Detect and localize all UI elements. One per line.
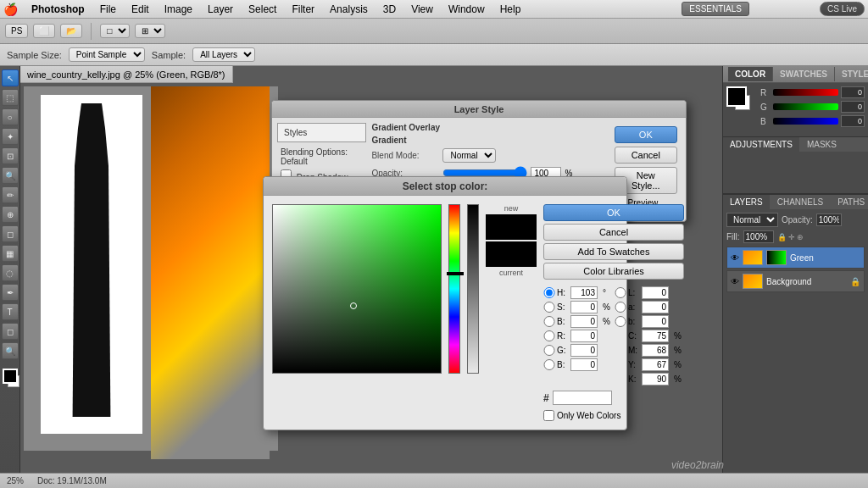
toolbar-new-btn[interactable]: ⬜: [33, 24, 55, 38]
lock-all-icon[interactable]: ⊕: [797, 233, 804, 241]
layer-style-cancel-button[interactable]: Cancel: [615, 147, 677, 164]
tool-eraser[interactable]: ◻: [2, 225, 19, 242]
menu-edit[interactable]: Edit: [125, 2, 156, 17]
hex-input[interactable]: 000000: [553, 391, 612, 405]
g-channel-slider[interactable]: [773, 103, 838, 110]
lock-icon[interactable]: 🔒: [777, 233, 787, 241]
layer-blend-mode-select[interactable]: Normal: [726, 213, 778, 227]
fg-color-box[interactable]: [726, 86, 747, 107]
tool-brush[interactable]: ✏: [2, 186, 19, 203]
style-item-styles[interactable]: Styles: [281, 126, 363, 139]
toolbar-open-btn[interactable]: 📂: [60, 24, 82, 38]
menu-photoshop[interactable]: Photoshop: [25, 2, 92, 17]
layers-tab[interactable]: LAYERS: [723, 195, 771, 209]
tool-zoom[interactable]: 🔍: [2, 342, 19, 359]
h-input[interactable]: [570, 286, 598, 299]
g-input[interactable]: [570, 344, 598, 357]
menu-select[interactable]: Select: [242, 2, 283, 17]
menu-3d[interactable]: 3D: [376, 2, 403, 17]
tool-gradient[interactable]: ▦: [2, 245, 19, 262]
tool-pointer[interactable]: ↖: [2, 69, 19, 86]
b2-input[interactable]: [570, 358, 598, 371]
menu-analysis[interactable]: Analysis: [323, 2, 375, 17]
channels-tab[interactable]: CHANNELS: [771, 195, 831, 209]
b-channel-input[interactable]: 0: [841, 115, 865, 127]
color-gradient-picker[interactable]: [272, 204, 442, 374]
k-input[interactable]: [642, 373, 669, 385]
y-input[interactable]: [642, 358, 669, 371]
sample-size-select[interactable]: Point Sample: [69, 47, 145, 62]
l-radio[interactable]: [615, 287, 626, 298]
b3-input[interactable]: [642, 315, 669, 328]
tool-magic-wand[interactable]: ✦: [2, 128, 19, 145]
tool-text[interactable]: T: [2, 303, 19, 320]
tool-crop[interactable]: ⊡: [2, 147, 19, 164]
web-colors-checkbox[interactable]: [543, 410, 554, 421]
tool-lasso[interactable]: ○: [2, 108, 19, 125]
a-input[interactable]: [642, 301, 669, 313]
blend-mode-select[interactable]: Normal: [442, 148, 496, 163]
l-input[interactable]: [642, 286, 669, 299]
tool-marquee[interactable]: ⬚: [2, 89, 19, 106]
essentials-button[interactable]: ESSENTIALS: [682, 2, 749, 16]
layer-item-green[interactable]: 👁 Green: [726, 247, 865, 269]
c-input[interactable]: [642, 330, 669, 342]
g-channel-input[interactable]: 0: [841, 101, 865, 113]
menu-file[interactable]: File: [93, 2, 123, 17]
layer-eye-bg[interactable]: 👁: [731, 277, 739, 286]
canvas-tab[interactable]: wine_country_kelly.jpg @ 25% (Green, RGB…: [20, 66, 233, 83]
view-mode-select[interactable]: □: [100, 24, 130, 38]
tool-clone[interactable]: ⊕: [2, 206, 19, 223]
g-radio[interactable]: [543, 345, 555, 356]
layer-eye-green[interactable]: 👁: [731, 253, 739, 263]
cs-live-button[interactable]: CS Live: [820, 2, 865, 16]
apple-menu[interactable]: 🍎: [3, 3, 18, 16]
menu-window[interactable]: Window: [442, 2, 492, 17]
lock-move-icon[interactable]: ✛: [788, 233, 795, 241]
tool-pen[interactable]: ✒: [2, 284, 19, 301]
foreground-color[interactable]: [3, 369, 18, 384]
m-input[interactable]: [642, 344, 669, 357]
cp-cancel-button[interactable]: Cancel: [543, 224, 684, 241]
layer-item-background[interactable]: 👁 Background 🔒: [726, 270, 865, 292]
a-radio[interactable]: [615, 302, 626, 313]
menu-help[interactable]: Help: [493, 2, 528, 17]
menu-layer[interactable]: Layer: [201, 2, 240, 17]
alpha-bar[interactable]: [467, 204, 479, 374]
b-input[interactable]: [570, 315, 598, 328]
paths-tab[interactable]: PATHS: [831, 195, 868, 209]
b2-radio[interactable]: [543, 359, 555, 370]
menu-filter[interactable]: Filter: [285, 2, 321, 17]
cp-color-libraries-button[interactable]: Color Libraries: [543, 263, 684, 280]
toolbar-mode-btn[interactable]: PS: [5, 24, 28, 38]
r-input[interactable]: [570, 330, 598, 342]
hue-slider[interactable]: [448, 204, 460, 374]
swatches-tab[interactable]: SWATCHES: [773, 67, 835, 81]
r-channel-slider[interactable]: [773, 89, 838, 96]
r-channel-input[interactable]: 0: [841, 86, 865, 98]
layer-opacity-input[interactable]: [816, 214, 842, 226]
s-input[interactable]: [570, 301, 598, 313]
tool-eyedropper[interactable]: 🔍: [2, 167, 19, 184]
styles-tab[interactable]: STYLES: [835, 67, 868, 81]
cp-add-swatches-button[interactable]: Add To Swatches: [543, 243, 684, 260]
b-radio[interactable]: [543, 316, 555, 327]
b-channel-slider[interactable]: [773, 118, 838, 125]
sample-select[interactable]: All Layers: [192, 47, 255, 62]
tool-dodge[interactable]: ◌: [2, 264, 19, 281]
r-radio[interactable]: [543, 330, 555, 341]
layer-style-ok-button[interactable]: OK: [615, 126, 677, 143]
b3-radio[interactable]: [615, 316, 626, 327]
menu-view[interactable]: View: [404, 2, 440, 17]
layer-fill-input[interactable]: [743, 230, 774, 243]
color-tab[interactable]: COLOR: [728, 67, 773, 81]
cp-ok-button[interactable]: OK: [543, 204, 684, 221]
adjustments-tab[interactable]: ADJUSTMENTS: [723, 137, 800, 152]
blending-options-item[interactable]: Blending Options: Default: [277, 146, 366, 168]
h-radio[interactable]: [543, 287, 555, 298]
s-radio[interactable]: [543, 302, 555, 313]
menu-image[interactable]: Image: [158, 2, 199, 17]
masks-tab[interactable]: MASKS: [800, 137, 844, 152]
tool-shape[interactable]: ◻: [2, 323, 19, 340]
arrange-select[interactable]: ⊞: [135, 24, 165, 38]
